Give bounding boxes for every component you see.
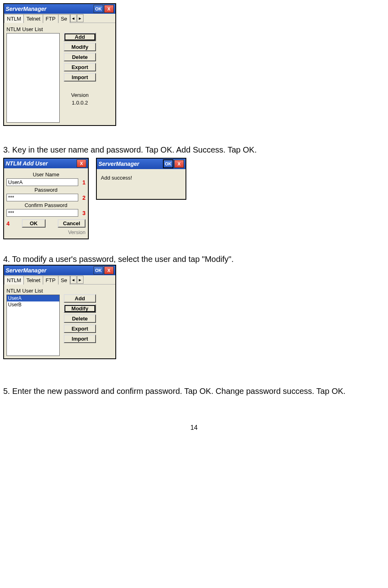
tab-scroll-left-icon[interactable]: ◄ <box>70 276 77 284</box>
close-icon[interactable]: X <box>104 5 114 13</box>
export-button[interactable]: Export <box>64 324 96 333</box>
callout-3: 3 <box>82 210 86 216</box>
username-input[interactable]: UserA <box>6 178 78 186</box>
step-5-text: 5. Enter the new password and confirm pa… <box>3 387 385 396</box>
username-label: User Name <box>6 171 86 178</box>
import-button[interactable]: Import <box>64 335 96 343</box>
window-title: ServerManager <box>98 161 139 167</box>
tab-row: NTLM Telnet FTP Se ◄ ► <box>4 275 115 285</box>
list-item[interactable]: UserA <box>7 295 59 301</box>
step-4-text: 4. To modify a user's password, select t… <box>3 255 385 264</box>
figure-add-success-dialog: ServerManager OK X Add success! <box>96 158 186 200</box>
ok-button[interactable]: OK <box>22 219 46 228</box>
version-text: Version <box>6 228 86 236</box>
titlebar: ServerManager OK X <box>4 4 115 14</box>
close-icon[interactable]: X <box>174 160 184 168</box>
figure-servermanager-1: ServerManager OK X NTLM Telnet FTP Se ◄ … <box>3 3 116 126</box>
titlebar: ServerManager OK X <box>97 159 186 169</box>
titlebar-ok-button[interactable]: OK <box>94 5 103 13</box>
window-title: ServerManager <box>6 267 46 274</box>
tab-scroll-right-icon[interactable]: ► <box>77 14 83 22</box>
callout-1: 1 <box>82 179 86 186</box>
delete-button[interactable]: Delete <box>64 53 96 61</box>
success-message: Add success! <box>99 172 183 184</box>
tab-se[interactable]: Se <box>58 276 70 285</box>
add-button[interactable]: Add <box>64 33 96 41</box>
list-item[interactable]: UserB <box>7 301 59 308</box>
tab-telnet[interactable]: Telnet <box>23 14 43 23</box>
window-title: NTLM Add User <box>6 160 48 167</box>
tab-scroll-right-icon[interactable]: ► <box>77 276 83 284</box>
delete-button[interactable]: Delete <box>64 314 96 323</box>
ntlm-list-label: NTLM User List <box>6 25 60 33</box>
titlebar-ok-button[interactable]: OK <box>163 159 173 168</box>
version-label: Version <box>64 91 96 99</box>
tab-ntlm[interactable]: NTLM <box>4 276 24 285</box>
confirm-password-label: Confirm Password <box>6 201 86 209</box>
page-number: 14 <box>3 424 385 431</box>
password-label: Password <box>6 186 86 194</box>
modify-button[interactable]: Modify <box>64 304 96 313</box>
tab-telnet[interactable]: Telnet <box>23 276 43 285</box>
tab-ftp[interactable]: FTP <box>43 14 58 23</box>
callout-2: 2 <box>82 195 86 201</box>
version-value: 1.0.0.2 <box>64 99 96 107</box>
ntlm-user-list[interactable]: UserA UserB <box>6 295 60 356</box>
tab-ftp[interactable]: FTP <box>43 276 58 285</box>
tab-se[interactable]: Se <box>58 14 70 23</box>
import-button[interactable]: Import <box>64 73 96 82</box>
tab-scroll-left-icon[interactable]: ◄ <box>70 14 77 22</box>
close-icon[interactable]: X <box>104 266 114 274</box>
export-button[interactable]: Export <box>64 63 96 71</box>
close-icon[interactable]: X <box>77 159 86 167</box>
tab-row: NTLM Telnet FTP Se ◄ ► <box>4 14 115 23</box>
titlebar: ServerManager OK X <box>4 266 115 275</box>
step-3-text: 3. Key in the user name and password. Ta… <box>3 145 385 155</box>
tab-ntlm[interactable]: NTLM <box>4 14 24 23</box>
add-button[interactable]: Add <box>64 294 96 303</box>
figure-servermanager-2: ServerManager OK X NTLM Telnet FTP Se ◄ … <box>3 265 116 359</box>
confirm-password-input[interactable]: *** <box>6 209 78 217</box>
window-title: ServerManager <box>6 6 46 12</box>
ntlm-user-list[interactable] <box>6 33 60 123</box>
password-input[interactable]: *** <box>6 194 78 201</box>
ntlm-list-label: NTLM User List <box>6 287 60 295</box>
figure-add-user-dialog: NTLM Add User X User Name UserA 1 Passwo… <box>3 158 89 239</box>
titlebar-ok-button[interactable]: OK <box>94 266 103 274</box>
callout-4: 4 <box>6 220 10 227</box>
modify-button[interactable]: Modify <box>64 43 96 51</box>
cancel-button[interactable]: Cancel <box>58 219 86 228</box>
titlebar: NTLM Add User X <box>4 159 88 168</box>
